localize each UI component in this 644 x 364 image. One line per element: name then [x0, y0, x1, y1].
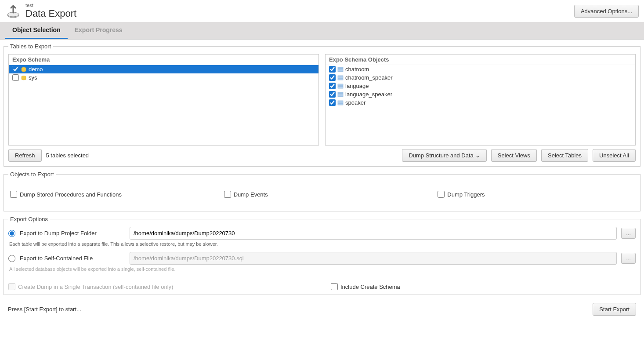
- dump-triggers-checkbox-wrap[interactable]: Dump Triggers: [438, 191, 634, 198]
- tab-bar: Object Selection Export Progress: [0, 22, 644, 40]
- table-icon: [337, 83, 344, 89]
- browse-folder-button[interactable]: ...: [621, 228, 636, 239]
- table-icon: [337, 75, 344, 81]
- objects-legend: Objects to Export: [8, 171, 56, 178]
- export-icon: [5, 3, 21, 19]
- selected-count-text: 5 tables selected: [46, 152, 89, 159]
- tables-row: Expo Schema demo sys Expo Sche: [8, 54, 636, 146]
- status-text: Press [Start Export] to start...: [8, 306, 81, 313]
- chevron-down-icon: ⌄: [475, 152, 480, 159]
- dump-procedures-checkbox-wrap[interactable]: Dump Stored Procedures and Functions: [10, 191, 206, 198]
- tables-legend: Tables to Export: [8, 43, 53, 50]
- include-schema-checkbox[interactable]: [331, 283, 338, 290]
- header-title: Data Export: [25, 8, 76, 19]
- export-options-legend: Export Options: [8, 216, 50, 222]
- schema-checkbox-sys[interactable]: [12, 74, 19, 81]
- object-label: chatroom_speaker: [345, 74, 393, 81]
- export-folder-row: Export to Dump Project Folder ...: [8, 227, 636, 240]
- svg-rect-4: [338, 67, 343, 72]
- schema-label: demo: [29, 66, 43, 73]
- schema-icon: [21, 75, 27, 81]
- header-bar: test Data Export Advanced Options...: [0, 0, 644, 22]
- schema-list[interactable]: Expo Schema demo sys: [8, 54, 319, 146]
- table-icon: [337, 91, 344, 98]
- object-item[interactable]: language_speaker: [326, 90, 635, 98]
- objects-to-export-section: Objects to Export Dump Stored Procedures…: [4, 171, 640, 211]
- select-views-button[interactable]: Select Views: [491, 149, 537, 162]
- export-folder-radio[interactable]: [8, 230, 15, 237]
- schema-item-demo[interactable]: demo: [9, 65, 318, 73]
- export-folder-path-input[interactable]: [130, 227, 617, 240]
- single-transaction-label: Create Dump in a Single Transaction (sel…: [18, 284, 173, 290]
- svg-rect-10: [338, 84, 343, 88]
- dump-events-label: Dump Events: [234, 191, 268, 198]
- browse-file-button[interactable]: ...: [621, 253, 636, 264]
- single-transaction-checkbox: [8, 283, 15, 290]
- svg-rect-7: [338, 76, 343, 80]
- svg-rect-16: [338, 101, 343, 105]
- object-checkbox[interactable]: [329, 66, 336, 73]
- export-file-path-input[interactable]: [130, 252, 617, 265]
- export-folder-label: Export to Dump Project Folder: [20, 230, 125, 237]
- export-file-row: Export to Self-Contained File ...: [8, 252, 636, 265]
- export-folder-hint: Each table will be exported into a separ…: [9, 241, 636, 247]
- export-file-radio[interactable]: [8, 255, 15, 262]
- object-item[interactable]: chatroom_speaker: [326, 73, 635, 82]
- dump-mode-dropdown[interactable]: Dump Structure and Data ⌄: [402, 149, 486, 162]
- object-checkbox[interactable]: [329, 91, 336, 98]
- dump-procedures-label: Dump Stored Procedures and Functions: [20, 191, 122, 198]
- object-item[interactable]: speaker: [326, 98, 635, 107]
- table-icon: [337, 100, 344, 106]
- table-icon: [337, 66, 344, 73]
- single-transaction-wrap: Create Dump in a Single Transaction (sel…: [8, 283, 313, 290]
- export-options-section: Export Options Export to Dump Project Fo…: [4, 216, 640, 295]
- objects-list[interactable]: Expo Schema Objects chatroom chatroom_sp…: [325, 54, 636, 146]
- advanced-options-button[interactable]: Advanced Options...: [574, 5, 639, 18]
- dump-events-checkbox[interactable]: [224, 191, 231, 198]
- export-file-hint: All selected database objects will be ex…: [9, 266, 636, 272]
- refresh-button[interactable]: Refresh: [8, 149, 42, 162]
- schema-checkbox-demo[interactable]: [12, 66, 19, 73]
- objects-row: Dump Stored Procedures and Functions Dum…: [8, 182, 636, 207]
- object-label: speaker: [345, 99, 365, 106]
- object-checkbox[interactable]: [329, 99, 336, 106]
- schema-list-header: Expo Schema: [9, 55, 318, 65]
- object-item[interactable]: language: [326, 82, 635, 90]
- header-text: test Data Export: [25, 3, 76, 19]
- header-subtitle: test: [25, 3, 76, 8]
- schema-item-sys[interactable]: sys: [9, 73, 318, 82]
- include-schema-label: Include Create Schema: [340, 284, 400, 290]
- dump-triggers-label: Dump Triggers: [447, 191, 485, 198]
- objects-list-header: Expo Schema Objects: [326, 55, 635, 65]
- extra-checks-row: Create Dump in a Single Transaction (sel…: [8, 283, 636, 290]
- unselect-all-button[interactable]: Unselect All: [593, 149, 636, 162]
- dump-procedures-checkbox[interactable]: [10, 191, 17, 198]
- object-checkbox[interactable]: [329, 83, 336, 89]
- object-label: chatroom: [345, 66, 369, 73]
- object-item[interactable]: chatroom: [326, 65, 635, 73]
- svg-rect-13: [338, 92, 343, 97]
- tables-action-row: Refresh 5 tables selected Dump Structure…: [8, 149, 636, 162]
- dump-triggers-checkbox[interactable]: [438, 191, 445, 198]
- object-label: language: [345, 83, 369, 89]
- content: Tables to Export Expo Schema demo sys: [0, 40, 644, 323]
- dump-events-checkbox-wrap[interactable]: Dump Events: [224, 191, 420, 198]
- export-file-label: Export to Self-Contained File: [20, 255, 125, 262]
- header-left: test Data Export: [5, 3, 76, 19]
- schema-label: sys: [29, 74, 37, 81]
- object-label: language_speaker: [345, 91, 392, 98]
- schema-icon: [21, 66, 27, 73]
- tab-export-progress[interactable]: Export Progress: [68, 22, 130, 39]
- tables-to-export-section: Tables to Export Expo Schema demo sys: [4, 43, 640, 167]
- start-export-button[interactable]: Start Export: [593, 303, 636, 316]
- footer: Press [Start Export] to start... Start E…: [4, 299, 640, 319]
- tab-object-selection[interactable]: Object Selection: [5, 22, 68, 39]
- include-schema-wrap[interactable]: Include Create Schema: [331, 283, 636, 290]
- select-tables-button[interactable]: Select Tables: [541, 149, 588, 162]
- dump-mode-label: Dump Structure and Data: [409, 152, 473, 159]
- object-checkbox[interactable]: [329, 74, 336, 81]
